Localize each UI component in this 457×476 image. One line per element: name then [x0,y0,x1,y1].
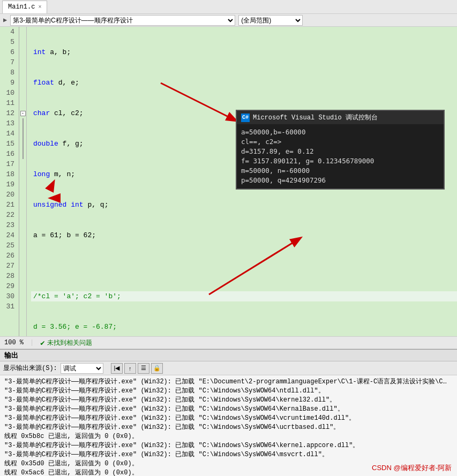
output-toolbar: 显示输出来源(S): 调试 |◀ ↑ ☰ 🔒 [0,361,457,375]
console-popup: C# Microsoft Visual Studio 调试控制台 a=50000… [236,110,445,190]
tab-close-button[interactable]: × [38,4,41,10]
output-line-7: 线程 0x5b8c 已退出, 返回值为 0 (0x0)。 [4,432,453,441]
console-body: a=50000,b=-60000 cl==, c2=> d=3157.89, e… [237,124,444,188]
code-line-11 [31,261,457,271]
toolbar-btn-3[interactable]: ☰ [138,363,149,374]
code-line-5: float d, e; [31,78,457,88]
scope-select[interactable]: (全局范围) [238,15,303,26]
file-select[interactable]: 第3-最简单的C程序设计——顺序程序设计 [10,15,235,26]
ok-icon: ✔ [40,338,44,347]
console-line-4: f= 3157.890121, g= 0.123456789000 [241,156,439,166]
breadcrumb-bar: ▶ 第3-最简单的C程序设计——顺序程序设计 (全局范围) [0,14,457,27]
source-select[interactable]: 调试 [61,363,103,374]
code-line-12: /*cl = 'a'; c2 = 'b'; [31,291,457,301]
output-content: "3-最简单的C程序设计——顺序程序设计.exe" (Win32): 已加载 "… [0,375,457,476]
line-numbers: 4 5 6 7 8 9 10 11 12 13 14 15 16 17 18 1… [0,27,19,336]
code-line-13: d = 3.56; e = -6.87; [31,322,457,332]
output-title: 输出 [4,351,18,360]
output-line-4: "3-最简单的C程序设计——顺序程序设计.exe" (Win32): 已加载 "… [4,405,453,414]
status-ok-area: ✔ 未找到相关问题 [40,338,92,347]
output-line-6: "3-最简单的C程序设计——顺序程序设计.exe" (Win32): 已加载 "… [4,423,453,432]
status-bar: 100 % | ✔ 未找到相关问题 [0,336,457,349]
output-header: 输出 [0,350,457,361]
output-line-8: "3-最简单的C程序设计——顺序程序设计.exe" (Win32): 已加载 "… [4,441,453,450]
tab-label: Main1.c [8,3,35,11]
output-line-2: "3-最简单的C程序设计——顺序程序设计.exe" (Win32): 已加载 "… [4,387,453,396]
console-line-6: p=50000, q=4294907296 [241,176,439,185]
output-panel: 输出 显示输出来源(S): 调试 |◀ ↑ ☰ 🔒 "3-最简单的C程序设计——… [0,349,457,476]
output-line-9: "3-最简单的C程序设计——顺序程序设计.exe" (Win32): 已加载 "… [4,450,453,459]
toolbar-btn-1[interactable]: |◀ [111,363,123,374]
console-line-3: d=3157.89, e= 0.12 [241,147,439,156]
output-line-1: "3-最简单的C程序设计——顺序程序设计.exe" (Win32): 已加载 "… [4,377,453,387]
toolbar-btn-2[interactable]: ↑ [124,363,136,374]
console-line-2: cl==, c2=> [241,137,439,147]
console-title-text: Microsoft Visual Studio 调试控制台 [253,113,378,122]
gutter: - [19,27,27,336]
code-line-10: a = 61; b = 62; [31,230,457,240]
zoom-level: 100 % [4,339,24,346]
main-tab[interactable]: Main1.c × [2,1,47,13]
editor-container: 4 5 6 7 8 9 10 11 12 13 14 15 16 17 18 1… [0,27,457,336]
output-line-5: "3-最简单的C程序设计——顺序程序设计.exe" (Win32): 已加载 "… [4,414,453,423]
console-line-1: a=50000,b=-60000 [241,127,439,137]
console-line-5: m=50000, n=-60000 [241,166,439,176]
collapse-indicator[interactable]: - [20,111,26,116]
status-ok-text: 未找到相关问题 [47,338,92,347]
toolbar-btn-4[interactable]: 🔒 [151,363,163,374]
console-title-bar: C# Microsoft Visual Studio 调试控制台 [237,111,444,124]
console-app-icon: C# [241,114,250,122]
tab-bar: Main1.c × [0,0,457,14]
watermark: CSDN @编程爱好者-阿新 [372,463,452,473]
breadcrumb-icon: ▶ [3,16,7,24]
source-label: 显示输出来源(S): [3,364,57,373]
code-line-9: unsigned int p, q; [31,200,457,210]
code-line-4: int a, b; [31,47,457,57]
output-line-3: "3-最简单的C程序设计——顺序程序设计.exe" (Win32): 已加载 "… [4,396,453,405]
